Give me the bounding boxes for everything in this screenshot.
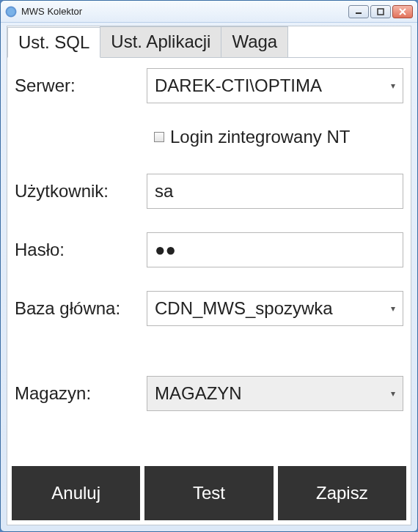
maindb-label: Baza główna: <box>15 298 147 319</box>
server-select[interactable]: DAREK-CTI\OPTIMA ▾ <box>147 68 403 103</box>
minimize-button[interactable] <box>348 5 369 18</box>
tabs: Ust. SQL Ust. Aplikacji Waga <box>7 26 411 58</box>
maximize-button[interactable] <box>370 5 391 18</box>
maximize-icon <box>377 8 384 15</box>
chevron-down-icon: ▾ <box>391 81 395 91</box>
server-value: DAREK-CTI\OPTIMA <box>155 75 322 96</box>
maindb-select[interactable]: CDN_MWS_spozywka ▾ <box>147 291 403 326</box>
user-input[interactable]: sa <box>147 174 403 209</box>
cancel-button[interactable]: Anuluj <box>12 466 140 520</box>
save-button[interactable]: Zapisz <box>278 466 406 520</box>
password-value: ●● <box>155 240 176 260</box>
app-icon <box>5 6 17 18</box>
tab-app[interactable]: Ust. Aplikacji <box>100 26 221 57</box>
minimize-icon <box>355 8 362 15</box>
test-button[interactable]: Test <box>144 466 273 520</box>
footer: Anuluj Test Zapisz <box>7 462 411 525</box>
user-label: Użytkownik: <box>15 181 147 202</box>
server-label: Serwer: <box>15 75 147 96</box>
close-icon <box>399 8 406 15</box>
nt-login-checkbox[interactable] <box>154 132 164 142</box>
chevron-down-icon: ▾ <box>391 388 395 399</box>
form: Serwer: DAREK-CTI\OPTIMA ▾ Login zintegr… <box>7 58 411 411</box>
svg-rect-1 <box>378 9 384 15</box>
titlebar: MWS Kolektor <box>1 1 417 23</box>
maindb-value: CDN_MWS_spozywka <box>155 298 333 319</box>
chevron-down-icon: ▾ <box>391 303 395 314</box>
tab-waga[interactable]: Waga <box>221 26 288 57</box>
password-label: Hasło: <box>15 240 147 260</box>
warehouse-value: MAGAZYN <box>155 383 242 404</box>
spacer <box>15 350 403 376</box>
close-button[interactable] <box>392 5 413 18</box>
warehouse-label: Magazyn: <box>15 383 147 404</box>
window-controls <box>348 5 413 18</box>
window-title: MWS Kolektor <box>21 6 348 17</box>
window: MWS Kolektor Ust. SQL Ust. Aplikacji Wag… <box>0 0 418 532</box>
nt-login-label: Login zintegrowany NT <box>170 127 350 147</box>
tab-sql[interactable]: Ust. SQL <box>7 27 100 58</box>
client-area: Ust. SQL Ust. Aplikacji Waga Serwer: DAR… <box>7 26 411 525</box>
warehouse-select[interactable]: MAGAZYN ▾ <box>147 376 403 411</box>
user-value: sa <box>155 181 173 202</box>
password-input[interactable]: ●● <box>147 232 403 267</box>
